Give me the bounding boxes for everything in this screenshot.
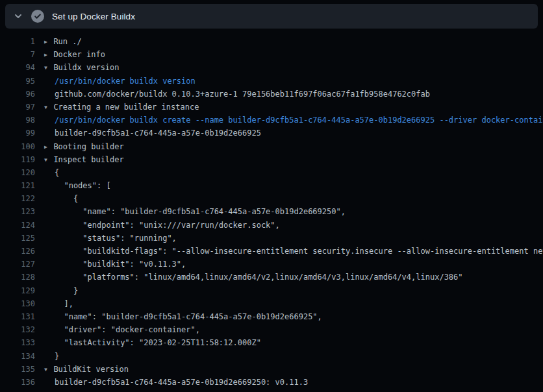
collapse-arrow-icon[interactable]: ▼ <box>44 101 53 114</box>
log-text: ], <box>44 297 73 310</box>
line-number[interactable]: 96 <box>0 88 35 101</box>
log-text: "platforms": "linux/amd64,linux/amd64/v2… <box>44 271 463 284</box>
log-line: 119▼Inspect builder <box>0 153 543 166</box>
collapse-arrow-icon[interactable]: ▼ <box>44 154 53 167</box>
log-text: "endpoint": "unix:///var/run/docker.sock… <box>44 219 280 232</box>
log-line: 98/usr/bin/docker buildx create --name b… <box>0 114 543 127</box>
log-line: 1▶Run ./ <box>0 35 543 48</box>
line-number[interactable]: 127 <box>0 258 35 271</box>
log-line: 7▶Docker info <box>0 48 543 61</box>
line-number[interactable]: 131 <box>0 310 35 323</box>
line-number[interactable]: 128 <box>0 271 35 284</box>
log-group-title[interactable]: ▼Creating a new builder instance <box>44 101 199 114</box>
line-number[interactable]: 97 <box>0 101 35 114</box>
log-line: 130 ], <box>0 297 543 310</box>
log-area: 1▶Run ./7▶Docker info94▼Buildx version95… <box>0 29 543 392</box>
step-header[interactable]: Set up Docker Buildx <box>5 4 538 29</box>
step-title: Set up Docker Buildx <box>52 12 135 21</box>
log-line: 124 "endpoint": "unix:///var/run/docker.… <box>0 219 543 232</box>
log-line: 127 "buildkit": "v0.11.3", <box>0 258 543 271</box>
chevron-down-icon[interactable] <box>13 11 23 21</box>
log-line: 133 "lastActivity": "2023-02-25T11:58:12… <box>0 336 543 349</box>
log-text: { <box>44 192 78 205</box>
log-line: 97▼Creating a new builder instance <box>0 101 543 114</box>
log-line: 128 "platforms": "linux/amd64,linux/amd6… <box>0 271 543 284</box>
line-number[interactable]: 100 <box>0 140 35 153</box>
line-number[interactable]: 133 <box>0 336 35 349</box>
log-text: } <box>44 350 59 363</box>
line-number[interactable]: 126 <box>0 245 35 258</box>
line-number[interactable]: 130 <box>0 297 35 310</box>
line-number[interactable]: 1 <box>0 35 35 48</box>
log-group-label: BuildKit version <box>53 365 129 374</box>
line-number[interactable]: 99 <box>0 127 35 140</box>
line-number[interactable]: 124 <box>0 219 35 232</box>
log-text: "buildkitd-flags": "--allow-insecure-ent… <box>44 245 543 258</box>
log-text: "name": "builder-d9cfb5a1-c764-445a-a57e… <box>44 310 322 323</box>
log-line: 96github.com/docker/buildx 0.10.3+azure-… <box>0 88 543 101</box>
log-line: 100▶Booting builder <box>0 140 543 153</box>
log-text: /usr/bin/docker buildx create --name bui… <box>44 114 543 127</box>
actions-log-viewer: { "header": { "title": "Set up Docker Bu… <box>0 0 543 392</box>
log-line: 95/usr/bin/docker buildx version <box>0 75 543 88</box>
log-group-title[interactable]: ▼Inspect builder <box>44 153 124 166</box>
log-line: 126 "buildkitd-flags": "--allow-insecure… <box>0 245 543 258</box>
log-text: builder-d9cfb5a1-c764-445a-a57e-0b19d2e6… <box>44 376 308 389</box>
expand-arrow-icon[interactable]: ▶ <box>44 36 53 49</box>
line-number[interactable]: 94 <box>0 61 35 74</box>
log-text: github.com/docker/buildx 0.10.3+azure-1 … <box>44 88 430 101</box>
log-group-title[interactable]: ▶Docker info <box>44 48 105 61</box>
log-text: "buildkit": "v0.11.3", <box>44 258 186 271</box>
log-text: "lastActivity": "2023-02-25T11:58:12.000… <box>44 336 261 349</box>
expand-arrow-icon[interactable]: ▶ <box>44 49 53 62</box>
log-text: } <box>44 284 78 297</box>
log-line: 99builder-d9cfb5a1-c764-445a-a57e-0b19d2… <box>0 127 543 140</box>
line-number[interactable]: 98 <box>0 114 35 127</box>
line-number[interactable]: 132 <box>0 323 35 336</box>
expand-arrow-icon[interactable]: ▶ <box>44 141 53 154</box>
collapse-arrow-icon[interactable]: ▼ <box>44 62 53 75</box>
log-group-label: Docker info <box>53 50 105 59</box>
log-line: 125 "status": "running", <box>0 232 543 245</box>
log-group-label: Creating a new builder instance <box>53 103 199 112</box>
collapse-arrow-icon[interactable]: ▼ <box>44 363 53 376</box>
log-group-title[interactable]: ▼Buildx version <box>44 61 120 74</box>
log-line: 121 "nodes": [ <box>0 179 543 192</box>
line-number[interactable]: 95 <box>0 75 35 88</box>
log-line: 129 } <box>0 284 543 297</box>
line-number[interactable]: 129 <box>0 284 35 297</box>
log-line: 131 "name": "builder-d9cfb5a1-c764-445a-… <box>0 310 543 323</box>
line-number[interactable]: 136 <box>0 376 35 389</box>
check-circle-icon <box>31 10 44 23</box>
log-line: 122 { <box>0 192 543 205</box>
log-line: 120{ <box>0 166 543 179</box>
log-group-title[interactable]: ▶Run ./ <box>44 35 82 48</box>
log-group-label: Run ./ <box>53 37 81 46</box>
log-text: /usr/bin/docker buildx version <box>44 75 196 88</box>
log-group-title[interactable]: ▶Booting builder <box>44 140 124 153</box>
line-number[interactable]: 123 <box>0 205 35 218</box>
log-group-title[interactable]: ▼BuildKit version <box>44 363 129 376</box>
line-number[interactable]: 135 <box>0 363 35 376</box>
log-text: builder-d9cfb5a1-c764-445a-a57e-0b19d2e6… <box>44 127 261 140</box>
line-number[interactable]: 120 <box>0 166 35 179</box>
log-text: { <box>44 166 59 179</box>
log-line: 94▼Buildx version <box>0 61 543 74</box>
log-text: "nodes": [ <box>44 179 111 192</box>
log-text: "name": "builder-d9cfb5a1-c764-445a-a57e… <box>44 205 346 218</box>
line-number[interactable]: 122 <box>0 192 35 205</box>
line-number[interactable]: 134 <box>0 350 35 363</box>
line-number[interactable]: 125 <box>0 232 35 245</box>
log-group-label: Buildx version <box>53 63 119 72</box>
log-line: 135▼BuildKit version <box>0 363 543 376</box>
log-line: 132 "driver": "docker-container", <box>0 323 543 336</box>
line-number[interactable]: 7 <box>0 48 35 61</box>
log-line: 136builder-d9cfb5a1-c764-445a-a57e-0b19d… <box>0 376 543 389</box>
line-number[interactable]: 119 <box>0 153 35 166</box>
log-group-label: Booting builder <box>53 142 123 151</box>
log-group-label: Inspect builder <box>53 155 123 164</box>
line-number[interactable]: 121 <box>0 179 35 192</box>
log-text: "status": "running", <box>44 232 177 245</box>
log-line: 134} <box>0 350 543 363</box>
log-line: 123 "name": "builder-d9cfb5a1-c764-445a-… <box>0 205 543 218</box>
